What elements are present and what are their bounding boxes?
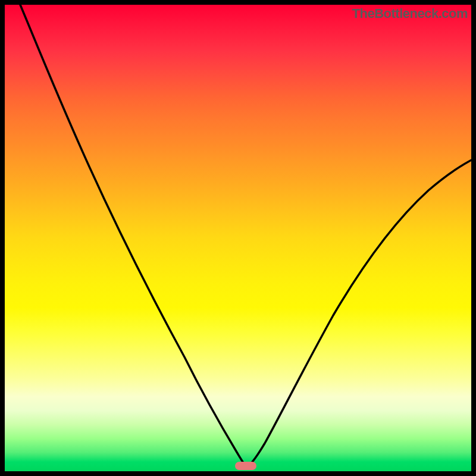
watermark-text: TheBottleneck.com	[352, 6, 468, 21]
bottleneck-curve-svg	[0, 0, 476, 476]
bottleneck-curve-path	[20, 5, 475, 466]
optimal-point-marker	[235, 462, 256, 470]
